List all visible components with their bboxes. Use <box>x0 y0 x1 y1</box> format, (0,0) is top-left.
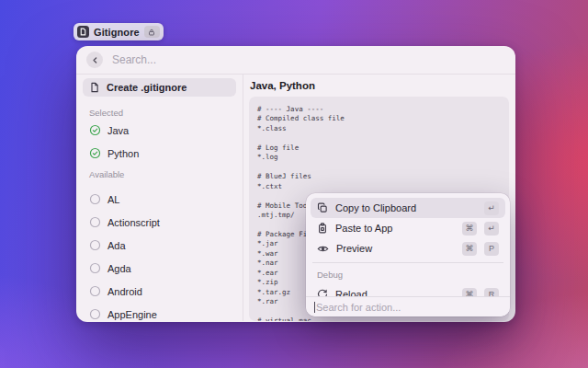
check-circle-icon <box>89 147 101 159</box>
section-header-available: Available <box>89 169 230 180</box>
sidebar-item-label: Python <box>107 148 139 159</box>
sidebar: Create .gitignore Selected Java Python <box>76 75 243 321</box>
sidebar-item-actionscript[interactable]: Actionscript <box>83 211 236 234</box>
sidebar-item-label: Create .gitignore <box>107 82 187 93</box>
sidebar-item-label: AppEngine <box>107 309 157 320</box>
action-search-input[interactable] <box>316 302 502 313</box>
section-header-debug: Debug <box>317 270 499 281</box>
sidebar-item-agda[interactable]: Agda <box>83 257 236 280</box>
sidebar-item-create-gitignore[interactable]: Create .gitignore <box>83 78 236 97</box>
sidebar-item-label: Ada <box>107 240 126 251</box>
lock-icon <box>144 26 160 38</box>
circle-icon <box>89 308 101 320</box>
sidebar-item-ada[interactable]: Ada <box>83 234 236 257</box>
eye-icon <box>317 243 329 255</box>
search-input[interactable] <box>112 53 505 66</box>
gitignore-app-icon <box>77 26 89 38</box>
sidebar-item-label: Agda <box>107 263 131 274</box>
action-label: Preview <box>336 243 372 254</box>
circle-icon <box>89 239 101 251</box>
kbd-return: ↵ <box>484 201 499 215</box>
action-label: Paste to App <box>335 223 392 234</box>
sidebar-item-label: Java <box>107 125 129 136</box>
sidebar-item-appengine[interactable]: AppEngine <box>83 303 236 322</box>
sidebar-item-label: Actionscript <box>107 217 160 228</box>
sidebar-item-label: AL <box>107 194 119 205</box>
document-icon <box>89 82 100 93</box>
paste-icon <box>317 223 328 234</box>
kbd-p: P <box>484 242 499 256</box>
detail-title: Java, Python <box>250 80 509 91</box>
sidebar-item-java[interactable]: Java <box>83 119 236 142</box>
back-button[interactable] <box>86 52 103 68</box>
kbd-cmd: ⌘ <box>462 222 477 236</box>
circle-icon <box>89 193 101 205</box>
action-panel: Copy to Clipboard ↵ Paste to App ⌘ ↵ Pre… <box>306 193 510 316</box>
sidebar-item-label: Android <box>107 286 142 297</box>
action-copy-to-clipboard[interactable]: Copy to Clipboard ↵ <box>311 198 505 218</box>
kbd-cmd: ⌘ <box>462 242 477 256</box>
extension-tag-label: Gitignore <box>94 27 140 38</box>
sidebar-item-al[interactable]: AL <box>83 188 236 211</box>
sidebar-item-android[interactable]: Android <box>83 280 236 303</box>
check-circle-icon <box>89 124 101 136</box>
action-preview[interactable]: Preview ⌘ P <box>311 238 505 259</box>
action-label: Copy to Clipboard <box>335 202 416 213</box>
circle-icon <box>89 285 101 297</box>
sidebar-item-python[interactable]: Python <box>83 142 236 165</box>
circle-icon <box>89 262 101 274</box>
panel-divider <box>312 262 503 263</box>
search-bar <box>76 46 515 75</box>
copy-icon <box>317 202 328 213</box>
action-search-bar <box>306 296 510 316</box>
extension-tag[interactable]: Gitignore <box>74 23 164 40</box>
kbd-return: ↵ <box>484 222 499 236</box>
section-header-selected: Selected <box>89 108 230 119</box>
text-caret <box>314 302 315 313</box>
circle-icon <box>89 216 101 228</box>
action-paste-to-app[interactable]: Paste to App ⌘ ↵ <box>311 218 505 238</box>
